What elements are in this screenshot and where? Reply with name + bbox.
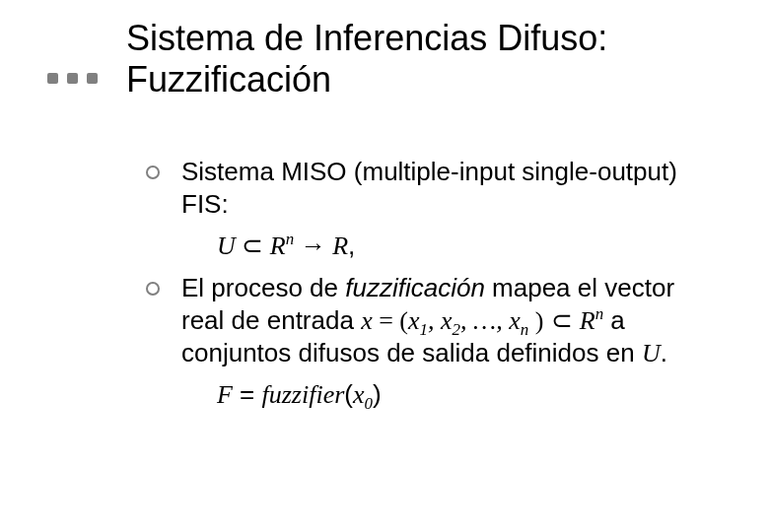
b2-x1: x: [408, 306, 420, 335]
sym-F: F: [217, 380, 233, 409]
bullet-2-formula: F = fuzzifier(x0): [146, 378, 698, 411]
b2-period: .: [661, 338, 667, 367]
bullet-icon: [146, 282, 160, 296]
fuzzifier: fuzzifier: [262, 380, 345, 409]
b2-t1: El proceso de: [181, 273, 345, 302]
b2-s1: 1: [420, 320, 428, 339]
eq-sign: =: [233, 379, 262, 409]
slide-body: Sistema MISO (multiple-input single-outp…: [146, 156, 698, 411]
b2-x2: x: [441, 306, 453, 335]
b2-close: ): [528, 306, 543, 335]
sym-R: R: [270, 232, 286, 260]
dot-icon: [67, 73, 78, 84]
comma: ,: [348, 231, 355, 260]
bullet-item-1: Sistema MISO (multiple-input single-outp…: [146, 156, 698, 222]
s0: 0: [365, 394, 373, 413]
bullet-item-2: El proceso de fuzzificación mapea el vec…: [146, 272, 698, 370]
subset-icon: ⊂: [242, 231, 263, 260]
b2-Uend: U: [642, 339, 661, 367]
sym-R2: R: [332, 232, 348, 260]
b2-s2: 2: [453, 320, 460, 339]
b2-eq1: = (: [373, 306, 408, 335]
bullet-1-text: Sistema MISO (multiple-input single-outp…: [181, 157, 677, 219]
b2-c2: , …,: [460, 306, 509, 335]
b2-subset: ⊂: [543, 305, 579, 335]
b2-c1: ,: [428, 306, 441, 335]
slide: Sistema de Inferencias Difuso: Fuzzifica…: [0, 0, 769, 532]
b2-sn: n: [521, 320, 528, 339]
paren-close: ): [373, 379, 382, 409]
bullet-icon: [146, 166, 160, 179]
title-line-1: Sistema de Inferencias Difuso:: [126, 18, 718, 59]
paren-open: (: [344, 379, 353, 409]
b2-x: x: [361, 306, 373, 335]
sym-U: U: [217, 232, 236, 260]
decorative-dots: [47, 73, 98, 84]
sup-n: n: [286, 230, 294, 248]
arrow-icon: →: [301, 231, 326, 260]
bullet-1-formula: U ⊂ Rn → R,: [146, 230, 698, 262]
x0: x: [353, 380, 365, 409]
title-line-2: Fuzzificación: [126, 59, 718, 100]
slide-title: Sistema de Inferencias Difuso: Fuzzifica…: [126, 18, 718, 101]
b2-R: R: [580, 306, 595, 335]
dot-icon: [87, 73, 98, 84]
dot-icon: [47, 73, 58, 84]
b2-nexp: n: [595, 304, 603, 323]
b2-emph: fuzzificación: [345, 273, 485, 302]
b2-xn: x: [509, 306, 521, 335]
